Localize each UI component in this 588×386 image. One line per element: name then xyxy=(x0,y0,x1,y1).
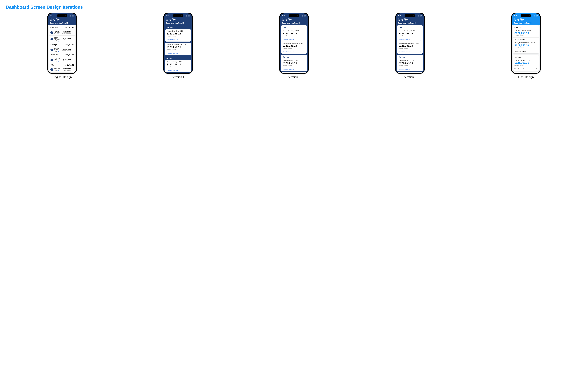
view-transactions-label: View Transactions xyxy=(514,68,526,70)
account-block[interactable]: Money Market Checking **1606 $121,258.16… xyxy=(397,42,423,50)
account-amount: $121,258.16 xyxy=(399,62,421,65)
section-header[interactable]: Savings $121,258.16 xyxy=(49,43,75,47)
account-amount: $121,258.16 xyxy=(167,45,189,49)
account-card: Money Market Checking...1606 $121,258.16… xyxy=(165,43,191,55)
account-mask: **7657 xyxy=(54,61,62,62)
view-transactions-link[interactable]: View Transactions ❯ xyxy=(397,50,423,54)
account-name: Primary Savings **1216 xyxy=(514,59,537,61)
phone-original: 9:41 VyStar Credit Union xyxy=(47,13,77,74)
status-time: 9:41 xyxy=(167,15,169,17)
kebab-menu-icon[interactable]: ⋮ xyxy=(72,69,74,70)
dynamic-island xyxy=(521,14,531,17)
view-transactions-link[interactable]: View Transactions ❯ xyxy=(397,67,423,71)
section-header[interactable]: CDs $242,516.32 xyxy=(49,63,75,67)
wifi-icon xyxy=(70,15,71,17)
view-transactions-link[interactable]: View Transactions ❯ xyxy=(165,51,191,55)
section-header[interactable]: Credit Cards $121,258.16 xyxy=(49,53,75,57)
view-transactions-link[interactable]: View Transactions ❯ xyxy=(165,38,191,42)
account-block[interactable]: Money Market Checking...1606 $121,258.16… xyxy=(165,43,191,51)
account-amount: $121,258.16 xyxy=(62,31,71,33)
col-iter2: 9:41 VyStarCredit Union Good Morning Sa xyxy=(238,13,350,79)
account-amount: $121,258.16 xyxy=(63,59,71,60)
account-row[interactable]: PRIMARY CHECKING **1603 $121,258.16 Avai… xyxy=(49,29,75,35)
chevron-right-icon: ❯ xyxy=(536,68,537,70)
account-block[interactable]: Primary Checking...1603 $121,258.16 Avai… xyxy=(165,29,191,38)
account-row[interactable]: ROTH IRA **1105 $121,258.16 Current Bala… xyxy=(49,67,75,72)
balance-label: Available Balance xyxy=(62,50,71,51)
wifi-icon xyxy=(418,15,419,17)
svg-rect-2 xyxy=(74,16,74,16)
account-row[interactable]: MONEY MARKET CHECKING **1606 $121,258.16… xyxy=(49,35,75,43)
account-block[interactable]: Money Market Checking...1606 $121,258.16… xyxy=(281,42,307,50)
view-transactions-link[interactable]: View Transactions ❯ xyxy=(513,37,539,41)
kebab-menu-icon[interactable]: ⋮ xyxy=(72,49,74,50)
signal-icon xyxy=(299,15,301,17)
section-title: CDs xyxy=(50,64,54,66)
svg-rect-11 xyxy=(51,60,52,60)
balance-label: Available Balance xyxy=(514,47,537,48)
svg-rect-16 xyxy=(190,16,190,16)
svg-rect-13 xyxy=(51,69,52,70)
balance-label: Available Balance xyxy=(62,33,71,34)
account-card: Primary Checking...1603 $121,258.16 Avai… xyxy=(165,29,191,42)
account-row[interactable]: PRIMARY SAVINGS **1216 $121,258.16 Avail… xyxy=(49,47,75,53)
view-transactions-link[interactable]: View Transactions ❯ xyxy=(281,50,307,54)
kebab-menu-icon[interactable]: ⋮ xyxy=(72,39,74,40)
kebab-menu-icon[interactable]: ⋮ xyxy=(72,32,74,33)
account-block[interactable]: Primary Checking...1603 $121,258.16 Avai… xyxy=(281,29,307,38)
account-block[interactable]: Money Market Checking **1606 $121,258.16… xyxy=(513,41,539,50)
account-name: Primary Savings **1216 xyxy=(399,60,421,61)
account-mask: **1606 xyxy=(54,40,61,42)
svg-rect-23 xyxy=(420,16,421,16)
caption: Original Design xyxy=(52,75,72,79)
col-original: 9:41 VyStar Credit Union xyxy=(6,13,118,79)
greeting: Good Morning Sarah! xyxy=(280,22,308,25)
caption: Iteration 2 xyxy=(288,75,300,79)
eye-icon xyxy=(58,33,59,34)
view-transactions-link[interactable]: View Transactions ❯ xyxy=(281,38,307,42)
account-row[interactable]: REWARDS VISA **7657 $121,258.16 Current … xyxy=(49,57,75,63)
account-amount: $121,258.16 xyxy=(514,32,537,35)
signal-icon xyxy=(531,15,533,17)
account-block[interactable]: Primary Checking **1603 $121,258.16 Avai… xyxy=(513,29,539,37)
view-transactions-link[interactable]: View Transactions ❯ xyxy=(397,38,423,42)
view-transactions-link[interactable]: View Transactions ❯ xyxy=(513,50,539,53)
section-header[interactable]: Checking $242,516.32 xyxy=(49,25,75,29)
account-name: ROTH IRA xyxy=(54,68,62,69)
account-name: MONEY MARKET CHECKING xyxy=(54,37,61,40)
account-block[interactable]: Primary Savings **1216 $121,258.16 Avail… xyxy=(513,59,539,67)
balance-label: Available Balance xyxy=(167,49,189,50)
account-name: Money Market Checking...1606 xyxy=(283,42,305,44)
section-title: Savings xyxy=(397,55,423,59)
kebab-menu-icon[interactable]: ⋮ xyxy=(72,59,74,60)
account-block[interactable]: Primary Savings **1216 $121,258.16 Avail… xyxy=(397,59,423,67)
account-name: Primary Checking...1603 xyxy=(167,30,189,32)
account-block[interactable]: Primary Savings...1216 $121,258.16 Avail… xyxy=(165,60,191,69)
signal-icon xyxy=(416,15,417,17)
section-card: Checking Primary Checking...1603 $121,25… xyxy=(281,25,307,54)
view-transactions-label: View Transactions xyxy=(167,39,178,41)
battery-icon xyxy=(304,15,306,17)
balance-label: Available Balance xyxy=(167,66,189,68)
greeting: Good Morning Sarah! xyxy=(396,22,424,25)
balance-label: Available Balance xyxy=(283,35,305,37)
balance-label: Available Balance xyxy=(514,65,537,66)
svg-rect-27 xyxy=(536,16,537,16)
account-name: PRIMARY CHECKING xyxy=(54,31,61,33)
account-mask: **1105 xyxy=(54,69,62,71)
account-card: Primary Savings...1216 $121,258.16 Avail… xyxy=(165,60,191,72)
chevron-right-icon: ❯ xyxy=(189,70,189,71)
section-title: Checking xyxy=(164,25,192,29)
account-amount: $121,258.16 xyxy=(63,68,71,70)
view-transactions-link[interactable]: View Transactions ❯ xyxy=(513,67,539,71)
account-type-icon xyxy=(50,49,53,51)
view-transactions-label: View Transactions xyxy=(399,68,410,70)
view-transactions-link[interactable]: View Transactions ❯ xyxy=(281,67,307,71)
account-name: Primary Savings...1216 xyxy=(283,60,305,61)
account-name: Primary Checking **1603 xyxy=(399,30,421,32)
view-transactions-label: View Transactions xyxy=(514,51,526,52)
brand: VyStarCredit Union xyxy=(164,18,192,22)
account-block[interactable]: Primary Checking **1603 $121,258.16 Avai… xyxy=(397,29,423,38)
account-block[interactable]: Primary Savings...1216 $121,258.16 Avail… xyxy=(281,59,307,67)
view-transactions-link[interactable]: View Transactions ❯ xyxy=(165,69,191,72)
